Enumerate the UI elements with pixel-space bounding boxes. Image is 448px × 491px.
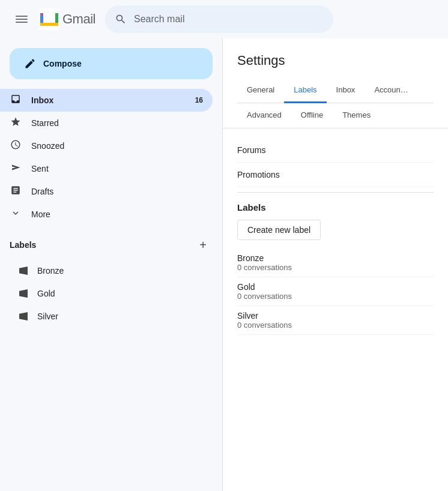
label-item-bronze[interactable]: Bronze xyxy=(10,259,203,282)
snoozed-label: Snoozed xyxy=(31,141,203,151)
category-item-promotions: Promotions xyxy=(237,163,434,187)
add-label-button[interactable]: + xyxy=(193,235,213,255)
label-name-silver: Silver xyxy=(37,312,58,321)
inbox-icon xyxy=(10,94,22,107)
svg-rect-8 xyxy=(40,23,58,26)
gmail-logo: Gmail xyxy=(38,8,95,30)
menu-icon xyxy=(16,13,28,25)
expand-icon xyxy=(10,208,22,221)
tab-inbox[interactable]: Inbox xyxy=(327,78,365,103)
settings-header: Settings General Labels Inbox Accoun… xyxy=(223,38,448,103)
labels-section: Labels + Bronze Gold Silver xyxy=(0,226,222,333)
nav-item-more[interactable]: More xyxy=(0,203,213,226)
subtab-themes[interactable]: Themes xyxy=(333,103,380,128)
label-name-bronze: Bronze xyxy=(37,266,64,276)
label-item-gold[interactable]: Gold xyxy=(10,282,203,305)
labels-header: Labels + xyxy=(10,235,213,255)
plus-icon: + xyxy=(199,238,207,252)
sidebar: Compose Inbox 16 Starred xyxy=(0,38,222,491)
label-item-silver[interactable]: Silver xyxy=(10,305,203,328)
label-entry-bronze: Bronze 0 conversations xyxy=(237,250,434,279)
drafts-label: Drafts xyxy=(31,187,203,196)
nav-item-inbox[interactable]: Inbox 16 xyxy=(0,89,213,112)
star-icon xyxy=(10,116,22,130)
subtab-offline[interactable]: Offline xyxy=(291,103,333,128)
label-entry-gold: Gold 0 conversations xyxy=(237,279,434,307)
compose-button[interactable]: Compose xyxy=(10,48,213,79)
settings-tabs: General Labels Inbox Accoun… xyxy=(237,78,434,103)
hamburger-button[interactable] xyxy=(10,7,34,31)
label-entry-count-silver: 0 conversations xyxy=(237,321,434,334)
label-name-gold: Gold xyxy=(37,289,55,298)
settings-content: Forums Promotions Labels Create new labe… xyxy=(223,128,448,346)
inbox-count: 16 xyxy=(195,96,203,104)
label-entry-name-gold: Gold xyxy=(237,282,434,292)
label-divider-gold xyxy=(237,306,434,306)
label-divider-bronze xyxy=(237,277,434,277)
sent-label: Sent xyxy=(31,164,203,173)
settings-divider xyxy=(237,192,434,193)
label-entry-silver: Silver 0 conversations xyxy=(237,307,434,336)
header: Gmail xyxy=(0,0,448,38)
label-divider-silver xyxy=(237,334,434,335)
nav-item-drafts[interactable]: Drafts xyxy=(0,180,213,203)
forums-label: Forums xyxy=(237,145,265,155)
labels-section-header: Labels xyxy=(237,197,434,220)
draft-icon xyxy=(10,185,22,199)
nav-item-starred[interactable]: Starred xyxy=(0,112,213,134)
pencil-icon xyxy=(24,58,36,70)
label-entry-name-silver: Silver xyxy=(237,311,434,321)
inbox-label: Inbox xyxy=(31,95,186,105)
tab-accounts[interactable]: Accoun… xyxy=(365,78,417,103)
more-label: More xyxy=(31,209,203,219)
search-input[interactable] xyxy=(134,14,324,25)
label-dot-gold xyxy=(19,289,28,298)
main-layout: Compose Inbox 16 Starred xyxy=(0,38,448,491)
search-bar[interactable] xyxy=(105,5,333,33)
compose-label: Compose xyxy=(43,59,82,68)
label-entry-name-bronze: Bronze xyxy=(237,253,434,263)
tab-general[interactable]: General xyxy=(237,78,284,103)
nav-item-snoozed[interactable]: Snoozed xyxy=(0,134,213,157)
label-dot-bronze xyxy=(19,267,28,275)
label-dot-silver xyxy=(19,312,28,321)
label-entry-count-gold: 0 conversations xyxy=(237,292,434,306)
tab-labels[interactable]: Labels xyxy=(284,78,326,103)
settings-title: Settings xyxy=(237,53,434,68)
svg-rect-2 xyxy=(16,22,28,23)
settings-subtabs: Advanced Offline Themes xyxy=(223,103,448,128)
nav-item-sent[interactable]: Sent xyxy=(0,157,213,180)
gmail-m-icon xyxy=(38,8,60,30)
clock-icon xyxy=(10,139,22,153)
gmail-wordmark: Gmail xyxy=(62,11,95,27)
label-entry-count-bronze: 0 conversations xyxy=(237,263,434,277)
subtab-advanced[interactable]: Advanced xyxy=(237,103,291,128)
category-item-forums: Forums xyxy=(237,138,434,163)
search-icon xyxy=(115,13,127,25)
labels-title: Labels xyxy=(10,240,36,250)
starred-label: Starred xyxy=(31,118,203,128)
promotions-label: Promotions xyxy=(237,170,280,179)
svg-rect-9 xyxy=(43,13,55,23)
svg-rect-0 xyxy=(16,16,28,17)
create-label-button[interactable]: Create new label xyxy=(237,220,321,240)
settings-panel: Settings General Labels Inbox Accoun… Ad… xyxy=(222,38,448,491)
svg-rect-1 xyxy=(16,19,28,20)
send-icon xyxy=(10,162,22,176)
